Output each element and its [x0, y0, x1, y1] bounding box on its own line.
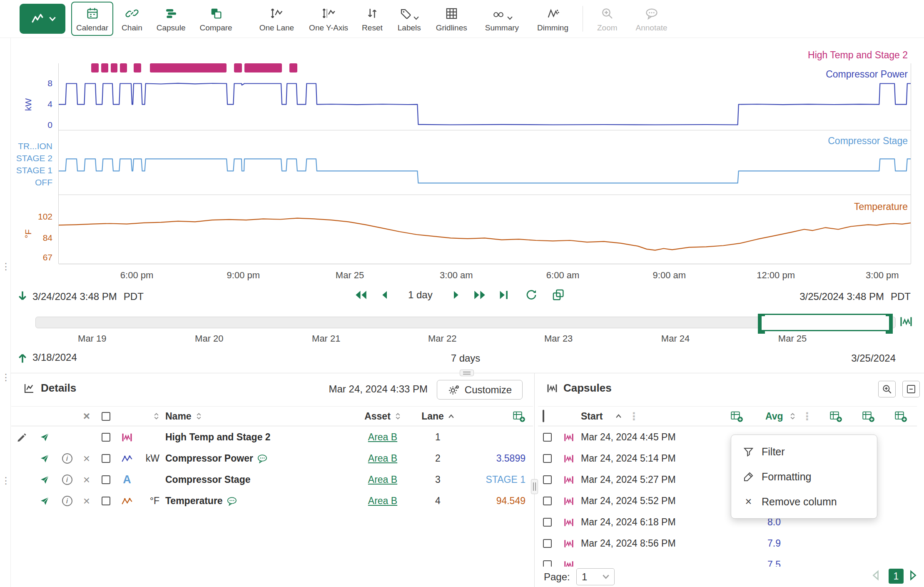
comment-icon[interactable]: [257, 454, 268, 463]
add-column-icon[interactable]: [513, 410, 526, 422]
temperature-chart[interactable]: [59, 203, 911, 264]
fast-backward-icon[interactable]: [354, 290, 368, 300]
column-lane-header[interactable]: Lane: [421, 411, 444, 422]
capsule-checkbox[interactable]: [543, 560, 552, 567]
column-start-header[interactable]: Start: [581, 411, 603, 422]
condition-capsule[interactable]: [120, 63, 127, 72]
rail-grip[interactable]: ⋮: [1, 371, 9, 384]
condition-capsule[interactable]: [111, 63, 117, 72]
capsules-select-all-checkbox[interactable]: [543, 410, 544, 422]
horizontal-splitter-handle[interactable]: [460, 370, 474, 376]
move-range-up-icon[interactable]: [17, 351, 28, 364]
toolbar-one-lane-button[interactable]: One Lane: [255, 2, 298, 36]
column-avg-header[interactable]: Avg: [765, 411, 783, 422]
info-icon[interactable]: i: [62, 453, 72, 464]
stage-chart[interactable]: [59, 138, 911, 195]
item-name[interactable]: Temperature: [165, 495, 223, 507]
info-icon[interactable]: i: [62, 496, 72, 506]
tool-indicator-icon[interactable]: [40, 475, 50, 485]
row-checkbox[interactable]: [102, 433, 110, 442]
vertical-splitter-handle[interactable]: [531, 479, 538, 494]
tool-indicator-icon[interactable]: [40, 453, 50, 464]
investigate-start[interactable]: 3/18/2024: [32, 352, 77, 363]
collapse-panel-button[interactable]: [902, 381, 920, 397]
add-column-icon[interactable]: [862, 410, 875, 422]
info-icon[interactable]: i: [62, 475, 72, 485]
sort-lane-asc-icon[interactable]: [448, 414, 454, 419]
item-name[interactable]: High Temp and Stage 2: [165, 432, 271, 443]
timeline-bar[interactable]: [35, 317, 896, 328]
menu-item-formatting[interactable]: Formatting: [731, 464, 877, 489]
toolbar-capsule-button[interactable]: Capsule: [152, 2, 190, 36]
rail-grip[interactable]: ⋮: [1, 260, 9, 273]
menu-item-filter[interactable]: Filter: [731, 439, 877, 464]
asset-link[interactable]: Area B: [368, 432, 397, 443]
capsule-checkbox[interactable]: [543, 433, 552, 442]
remove-item-icon[interactable]: ×: [83, 454, 90, 464]
comment-icon[interactable]: [227, 497, 238, 506]
refresh-icon[interactable]: [525, 289, 538, 301]
pencil-icon[interactable]: [17, 432, 27, 443]
x-axis-labels[interactable]: 6:00 pm9:00 pmMar 253:00 am6:00 am9:00 a…: [59, 270, 911, 282]
toolbar-gridlines-button[interactable]: Gridlines: [432, 2, 471, 36]
toolbar-annotate-button[interactable]: Annotate: [632, 2, 672, 36]
condition-capsule-strip[interactable]: [59, 63, 911, 72]
sort-avg-icon[interactable]: [790, 412, 796, 420]
capsule-checkbox[interactable]: [543, 497, 552, 505]
sort-type-icon[interactable]: [153, 412, 159, 420]
fast-forward-icon[interactable]: [473, 290, 487, 300]
column-asset-header[interactable]: Asset: [364, 411, 391, 422]
step-back-icon[interactable]: [380, 290, 389, 300]
toolbar-dimming-button[interactable]: Dimming: [533, 2, 573, 36]
toolbar-summary-button[interactable]: Summary: [481, 2, 523, 36]
trend-view-button[interactable]: [20, 4, 65, 34]
toolbar-chain-button[interactable]: Chain: [117, 2, 147, 36]
condition-capsule[interactable]: [101, 63, 108, 72]
toolbar-labels-button[interactable]: Labels: [394, 2, 425, 36]
customize-button[interactable]: Customize: [437, 380, 523, 400]
start-column-menu-icon[interactable]: ⋮: [629, 410, 639, 422]
step-forward-icon[interactable]: [452, 290, 461, 300]
remove-all-icon[interactable]: ×: [83, 411, 90, 421]
item-name[interactable]: Compressor Stage: [165, 474, 251, 485]
row-checkbox[interactable]: [102, 475, 110, 484]
page-current[interactable]: 1: [889, 569, 904, 584]
add-column-icon[interactable]: [894, 410, 907, 422]
toolbar-compare-button[interactable]: Compare: [195, 2, 236, 36]
page-next-icon[interactable]: [909, 570, 918, 581]
asset-link[interactable]: Area B: [368, 495, 397, 507]
condition-capsule[interactable]: [289, 63, 297, 72]
row-checkbox[interactable]: [102, 497, 110, 505]
sort-asset-icon[interactable]: [395, 412, 401, 420]
tool-indicator-icon[interactable]: [40, 432, 50, 442]
sort-start-asc-icon[interactable]: [615, 414, 622, 419]
condition-capsule[interactable]: [91, 63, 99, 72]
investigate-duration[interactable]: 7 days: [451, 352, 481, 364]
row-checkbox[interactable]: [102, 454, 110, 463]
move-range-down-icon[interactable]: [17, 290, 28, 303]
remove-item-icon[interactable]: ×: [83, 496, 90, 506]
asset-link[interactable]: Area B: [368, 474, 397, 485]
range-duration[interactable]: 1 day: [408, 289, 433, 301]
skip-to-end-icon[interactable]: [498, 290, 509, 300]
add-column-icon[interactable]: [730, 410, 743, 422]
condition-capsule[interactable]: [150, 63, 227, 72]
toolbar-calendar-button[interactable]: Calendar: [71, 2, 113, 36]
capsule-checkbox[interactable]: [543, 518, 552, 527]
sort-name-icon[interactable]: [196, 412, 202, 420]
avg-column-menu-icon[interactable]: ⋮: [802, 410, 812, 422]
timeline-capsules-icon[interactable]: [899, 315, 913, 328]
add-column-icon[interactable]: [829, 410, 842, 422]
menu-item-remove-column[interactable]: × Remove column: [731, 489, 877, 514]
rail-grip[interactable]: ⋮: [1, 475, 9, 487]
capsule-checkbox[interactable]: [543, 539, 552, 548]
asset-link[interactable]: Area B: [368, 453, 397, 464]
item-name[interactable]: Compressor Power: [165, 453, 253, 464]
capsule-checkbox[interactable]: [543, 475, 552, 484]
series-label-condition[interactable]: High Temp and Stage 2: [808, 50, 908, 61]
timeline-selection[interactable]: [760, 314, 891, 331]
power-chart[interactable]: [59, 78, 911, 130]
display-range-start[interactable]: 3/24/2024 3:48 PM: [32, 291, 117, 302]
toolbar-one-y-axis-button[interactable]: One Y-Axis: [305, 2, 352, 36]
tool-indicator-icon[interactable]: [40, 496, 50, 506]
